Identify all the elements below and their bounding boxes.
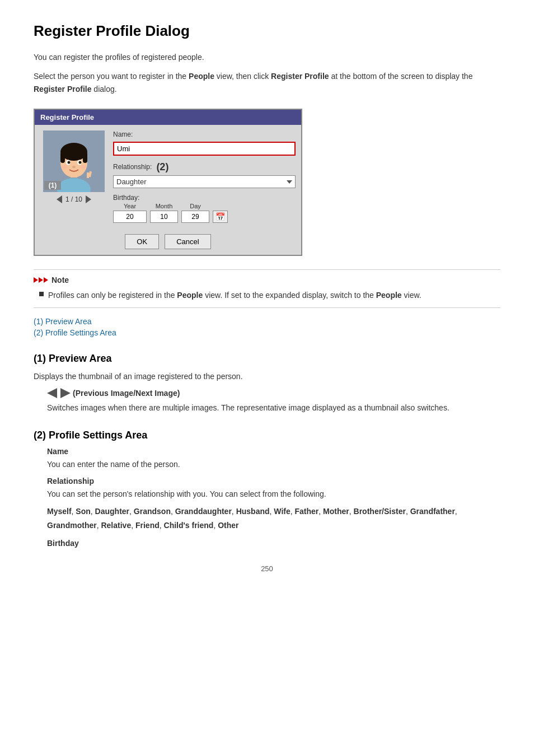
- svg-line-15: [90, 171, 91, 177]
- intro2-end: dialog.: [91, 85, 116, 94]
- year-input[interactable]: [113, 211, 147, 223]
- note-heading: Note: [51, 276, 69, 284]
- relationship-field-desc: You can set the person's relationship wi…: [47, 488, 500, 500]
- note-chevron-3: [44, 277, 48, 283]
- ok-button[interactable]: OK: [125, 234, 159, 249]
- intro2-bold2: Register Profile: [271, 72, 329, 81]
- image-counter: 1 / 10: [65, 195, 82, 203]
- page-title: Register Profile Dialog: [34, 22, 500, 40]
- section2-header: (2) Profile Settings Area: [34, 430, 500, 441]
- image-nav-bar: 1 / 10: [57, 195, 91, 203]
- svg-point-10: [79, 161, 82, 164]
- svg-rect-5: [60, 152, 65, 163]
- calendar-button[interactable]: 📅: [213, 211, 228, 223]
- profile-photo: (1): [43, 130, 105, 192]
- svg-point-9: [68, 161, 71, 164]
- intro-para-2: Select the person you want to register i…: [34, 70, 500, 95]
- month-label: Month: [156, 203, 173, 209]
- relationship-field-header: Relationship: [47, 477, 500, 486]
- dialog-right-panel: Name: Relationship: (2) Daughter Birthda…: [113, 130, 296, 223]
- birthday-row: Year Month Day 📅: [113, 203, 296, 223]
- note-section: Note Profiles can only be registered in …: [34, 269, 500, 307]
- section1-subsection-body: Switches images when there are multiple …: [47, 402, 500, 414]
- prev-arrow-icon: [47, 388, 57, 398]
- name-label: Name:: [113, 130, 296, 138]
- dialog-left-panel: (1) 1 / 10: [40, 130, 107, 223]
- day-label: Day: [190, 203, 201, 209]
- cancel-button[interactable]: Cancel: [165, 234, 210, 249]
- intro2-prefix: Select the person you want to register i…: [34, 72, 189, 81]
- dialog-body: (1) 1 / 10 Name: Relationship: (2) Daugh…: [35, 125, 301, 228]
- birthday-field-header: Birthday: [47, 539, 500, 548]
- name-field-header: Name: [47, 447, 500, 456]
- next-image-button[interactable]: [86, 195, 91, 203]
- note-bullet: [39, 292, 44, 296]
- svg-point-12: [62, 165, 67, 169]
- dialog-footer: OK Cancel: [35, 228, 301, 255]
- next-arrow-icon: [60, 388, 71, 398]
- intro2-bold1: People: [189, 72, 214, 81]
- month-col: Month: [150, 203, 178, 223]
- note-icon: [34, 277, 48, 283]
- section1-body: Displays the thumbnail of an image regis…: [34, 370, 500, 382]
- day-input[interactable]: [181, 211, 209, 223]
- year-col: Year: [113, 203, 147, 223]
- section1-header: (1) Preview Area: [34, 353, 500, 365]
- link-profile-settings-area[interactable]: (2) Profile Settings Area: [34, 328, 500, 337]
- prev-next-label-text: (Previous Image/Next Image): [73, 389, 180, 398]
- svg-point-13: [81, 165, 86, 169]
- svg-point-11: [72, 166, 76, 168]
- note-item-1: Profiles can only be registered in the P…: [39, 289, 500, 301]
- note-item-text: Profiles can only be registered in the P…: [48, 289, 421, 301]
- birthday-label: Birthday:: [113, 194, 296, 202]
- note-chevron-1: [34, 277, 38, 283]
- svg-rect-6: [83, 152, 87, 163]
- year-label: Year: [124, 203, 136, 209]
- name-field-desc: You can enter the name of the person.: [47, 458, 500, 470]
- relationship-select[interactable]: Daughter: [113, 175, 296, 188]
- note-title: Note: [34, 276, 500, 284]
- register-profile-dialog: Register Profile: [34, 109, 302, 256]
- link-preview-area[interactable]: (1) Preview Area: [34, 317, 500, 326]
- intro2-mid: view, then click: [214, 72, 271, 81]
- birthday-section: Birthday: Year Month Day 📅: [113, 194, 296, 223]
- page-number: 250: [34, 564, 500, 573]
- day-col: Day: [181, 203, 209, 223]
- relationship-number-badge: (2): [156, 161, 168, 173]
- select-dropdown-arrow: [287, 180, 292, 184]
- relationship-label: Relationship:: [113, 163, 152, 171]
- prev-image-button[interactable]: [57, 195, 62, 203]
- prev-next-icons: (Previous Image/Next Image): [47, 388, 500, 398]
- name-input[interactable]: [113, 142, 296, 156]
- links-section: (1) Preview Area (2) Profile Settings Ar…: [34, 317, 500, 337]
- month-input[interactable]: [150, 211, 178, 223]
- note-chevron-2: [39, 277, 43, 283]
- intro-para-1: You can register the profiles of registe…: [34, 51, 500, 63]
- relationship-values-list: Myself, Son, Daughter, Grandson, Grandda…: [47, 505, 500, 533]
- relationship-value: Daughter: [116, 178, 284, 186]
- dialog-titlebar: Register Profile: [35, 110, 301, 125]
- intro2-bold3: Register Profile: [34, 85, 91, 94]
- svg-text:(1): (1): [49, 181, 57, 189]
- intro2-suffix: at the bottom of the screen to display t…: [329, 72, 473, 81]
